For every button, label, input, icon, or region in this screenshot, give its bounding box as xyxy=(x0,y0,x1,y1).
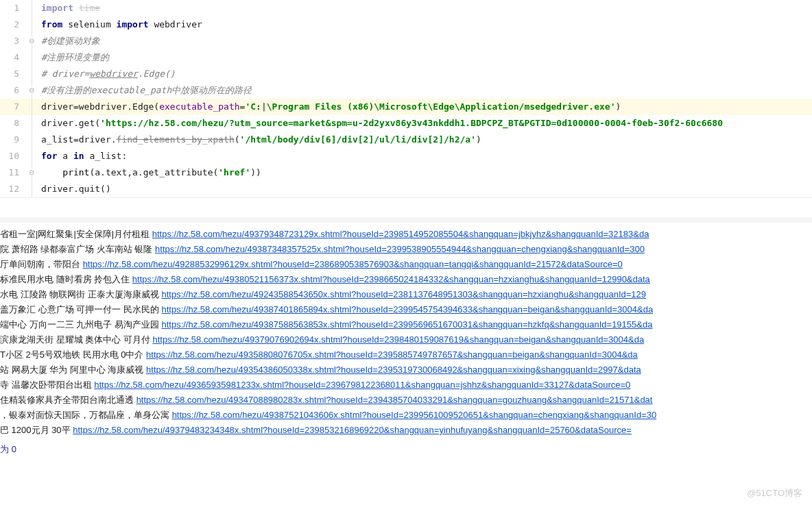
code-content[interactable]: print(a.text,a.get_attribute('href')) xyxy=(38,164,812,181)
line-number: 10 xyxy=(0,148,25,164)
code-line[interactable]: 9a_list=driver.find_elements_by_xpath('/… xyxy=(0,132,812,148)
console-text: 厅单间朝南，带阳台 xyxy=(0,259,83,269)
code-content[interactable]: #注册环境变量的 xyxy=(38,49,812,66)
console-text: 滨康龙湖天街 星耀城 奥体中心 可月付 xyxy=(0,334,152,345)
code-content[interactable]: from selenium import webdriver xyxy=(38,16,812,33)
fold-gutter xyxy=(25,99,38,115)
console-link[interactable]: https://hz.58.com/hezu/49288532996129x.s… xyxy=(83,259,623,269)
code-content[interactable]: driver=webdriver.Edge(executable_path='C… xyxy=(38,99,812,115)
line-number: 4 xyxy=(0,49,25,66)
code-content[interactable]: for a in a_list: xyxy=(38,148,812,164)
status-value: 0 xyxy=(12,444,16,454)
console-link[interactable]: https://hz.58.com/hezu/49379348723129x.s… xyxy=(152,229,649,239)
code-line[interactable]: 6⊖#没有注册的executable_path中放驱动所在的路径 xyxy=(0,82,812,99)
fold-gutter[interactable]: ⊖ xyxy=(25,82,38,99)
console-link[interactable]: https://hz.58.com/hezu/49379483234348x.s… xyxy=(73,425,632,435)
line-number: 8 xyxy=(0,115,25,132)
fold-icon[interactable]: ⊖ xyxy=(29,37,34,45)
output-console[interactable]: 省租一室|网红聚集|安全保障|月付租租 https://hz.58.com/he… xyxy=(0,223,812,463)
console-link[interactable]: https://hz.58.com/hezu/49387348357525x.s… xyxy=(155,244,645,254)
console-link[interactable]: https://hz.58.com/hezu/49358808076705x.s… xyxy=(146,349,638,360)
fold-gutter xyxy=(25,148,38,164)
code-line[interactable]: 3⊖#创建驱动对象 xyxy=(0,33,812,49)
code-editor[interactable]: 1import time2from selenium import webdri… xyxy=(0,0,812,198)
exit-status: 为 0 xyxy=(0,438,812,458)
console-line: 水电 江陵路 物联网街 正泰大厦海康威视 https://hz.58.com/h… xyxy=(0,287,812,302)
console-link[interactable]: https://hz.58.com/hezu/49365935981233x.s… xyxy=(94,380,630,390)
console-text: 站 网易大厦 华为 阿里中心 海康威视 xyxy=(0,365,146,375)
console-link[interactable]: https://hz.58.com/hezu/49354386050338x.s… xyxy=(146,365,641,375)
console-link[interactable]: https://hz.58.com/hezu/49379076902694x.s… xyxy=(152,334,644,345)
console-line: 端中心 万向一二三 九州电子 易淘产业园 https://hz.58.com/h… xyxy=(0,317,812,332)
console-line: 盖万象汇 心意广场 可押一付一 民水民的 https://hz.58.com/h… xyxy=(0,302,812,317)
console-text: ，银泰对面惊天国际，万都晶座，单身公寓 xyxy=(0,410,172,420)
separator xyxy=(0,217,812,223)
console-line: 站 网易大厦 华为 阿里中心 海康威视 https://hz.58.com/he… xyxy=(0,362,812,378)
line-number: 3 xyxy=(0,33,25,49)
console-line: 标准民用水电 随时看房 拎包入住 https://hz.58.com/hezu/… xyxy=(0,272,812,287)
console-link[interactable]: https://hz.58.com/hezu/49387521043606x.s… xyxy=(172,410,657,420)
code-line[interactable]: 10for a in a_list: xyxy=(0,148,812,164)
console-line: 省租一室|网红聚集|安全保障|月付租租 https://hz.58.com/he… xyxy=(0,227,812,242)
code-line[interactable]: 8driver.get('https://hz.58.com/hezu/?utm… xyxy=(0,115,812,132)
line-number: 9 xyxy=(0,132,25,148)
console-line: 巴 1200元月 30平 https://hz.58.com/hezu/4937… xyxy=(0,423,812,438)
console-link[interactable]: https://hz.58.com/hezu/49380521156373x.s… xyxy=(132,274,650,284)
fold-gutter xyxy=(25,0,38,16)
console-line: 滨康龙湖天街 星耀城 奥体中心 可月付 https://hz.58.com/he… xyxy=(0,332,812,347)
line-number: 12 xyxy=(0,181,25,197)
console-line: 住精装修家具齐全带阳台南北通透 https://hz.58.com/hezu/4… xyxy=(0,393,812,408)
fold-gutter xyxy=(25,66,38,82)
code-content[interactable]: #没有注册的executable_path中放驱动所在的路径 xyxy=(38,82,812,99)
fold-gutter xyxy=(25,115,38,132)
console-line: ，银泰对面惊天国际，万都晶座，单身公寓 https://hz.58.com/he… xyxy=(0,408,812,423)
console-text: 水电 江陵路 物联网街 正泰大厦海康威视 xyxy=(0,289,161,299)
blank-area xyxy=(0,198,812,217)
code-content[interactable]: #创建驱动对象 xyxy=(38,33,812,49)
line-number: 2 xyxy=(0,16,25,33)
code-line[interactable]: 2from selenium import webdriver xyxy=(0,16,812,33)
code-content[interactable]: driver.get('https://hz.58.com/hezu/?utm_… xyxy=(38,115,812,132)
line-number: 5 xyxy=(0,66,25,82)
code-line[interactable]: 12driver.quit() xyxy=(0,181,812,197)
fold-gutter xyxy=(25,181,38,197)
console-link[interactable]: https://hz.58.com/hezu/49347088980283x.s… xyxy=(136,395,653,405)
line-number: 6 xyxy=(0,82,25,99)
console-text: 盖万象汇 心意广场 可押一付一 民水民的 xyxy=(0,304,161,315)
console-text: 省租一室|网红聚集|安全保障|月付租租 xyxy=(0,229,152,239)
fold-icon[interactable]: ⊖ xyxy=(29,86,34,94)
console-line: 厅单间朝南，带阳台 https://hz.58.com/hezu/4928853… xyxy=(0,257,812,272)
line-number: 11 xyxy=(0,164,25,181)
console-text: 寺 温馨次卧带阳台出租 xyxy=(0,380,94,390)
fold-gutter[interactable]: ⊖ xyxy=(25,33,38,49)
fold-gutter xyxy=(25,16,38,33)
console-link[interactable]: https://hz.58.com/hezu/49387588563853x.s… xyxy=(161,319,652,330)
code-content[interactable]: import time xyxy=(38,0,812,16)
fold-gutter[interactable]: ⊖ xyxy=(25,164,38,181)
console-line: T小区 2号5号双地铁 民用水电 0中介 https://hz.58.com/h… xyxy=(0,347,812,362)
fold-gutter xyxy=(25,132,38,148)
console-text: 端中心 万向一二三 九州电子 易淘产业园 xyxy=(0,319,161,330)
code-content[interactable]: a_list=driver.find_elements_by_xpath('/h… xyxy=(38,132,812,148)
console-text: 巴 1200元月 30平 xyxy=(0,425,73,435)
console-link[interactable]: https://hz.58.com/hezu/49243588543650x.s… xyxy=(161,289,646,299)
code-line[interactable]: 11⊖ print(a.text,a.get_attribute('href')… xyxy=(0,164,812,181)
fold-icon[interactable]: ⊖ xyxy=(29,169,34,176)
line-number: 1 xyxy=(0,0,25,16)
line-number: 7 xyxy=(0,99,25,115)
console-text: 标准民用水电 随时看房 拎包入住 xyxy=(0,274,132,284)
code-line[interactable]: 5# driver=webdriver.Edge() xyxy=(0,66,812,82)
console-text: T小区 2号5号双地铁 民用水电 0中介 xyxy=(0,349,146,360)
console-line: 寺 温馨次卧带阳台出租 https://hz.58.com/hezu/49365… xyxy=(0,378,812,393)
status-label: 为 xyxy=(0,444,12,454)
code-content[interactable]: driver.quit() xyxy=(38,181,812,197)
code-line[interactable]: 7driver=webdriver.Edge(executable_path='… xyxy=(0,99,812,115)
console-text: 住精装修家具齐全带阳台南北通透 xyxy=(0,395,136,405)
console-line: 院 萧绍路 绿都泰富广场 火车南站 银隆 https://hz.58.com/h… xyxy=(0,242,812,257)
fold-gutter xyxy=(25,49,38,66)
code-line[interactable]: 4#注册环境变量的 xyxy=(0,49,812,66)
console-link[interactable]: https://hz.58.com/hezu/49387401865894x.s… xyxy=(161,304,653,315)
code-content[interactable]: # driver=webdriver.Edge() xyxy=(38,66,812,82)
console-text: 院 萧绍路 绿都泰富广场 火车南站 银隆 xyxy=(0,244,155,254)
code-line[interactable]: 1import time xyxy=(0,0,812,16)
